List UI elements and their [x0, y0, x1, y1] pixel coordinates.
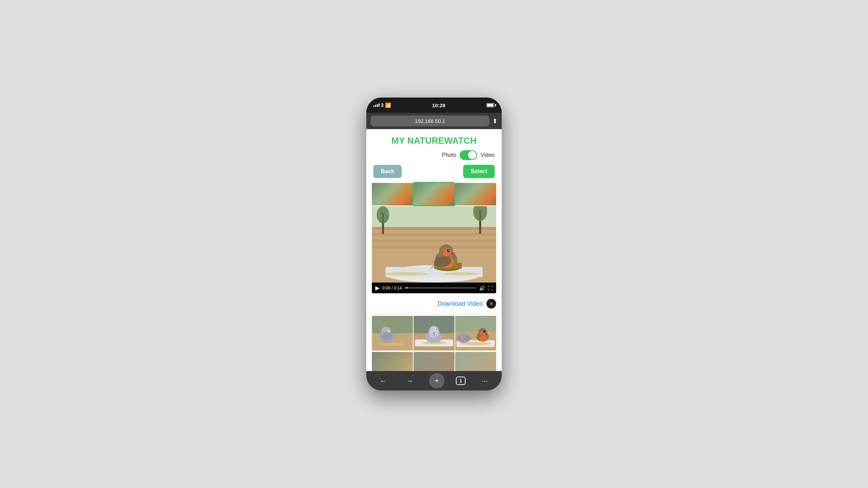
- status-bar: 3 📶 10:28: [366, 98, 502, 113]
- play-button[interactable]: ▶: [375, 285, 379, 291]
- download-video-link[interactable]: Download Video: [437, 300, 483, 308]
- share-button[interactable]: ⬆: [492, 117, 498, 125]
- phone-frame: 3 📶 10:28 192.168.50.1 ⬆ MY NATUREWATCH …: [366, 98, 502, 390]
- ellipsis-icon: ···: [482, 377, 488, 385]
- thumbnail-2[interactable]: [414, 183, 454, 205]
- svg-point-43: [436, 329, 437, 330]
- status-left: 3 📶: [373, 102, 391, 108]
- svg-rect-4: [372, 239, 496, 242]
- toggle-row: Photo Video: [366, 150, 502, 165]
- video-main-area[interactable]: [372, 206, 496, 283]
- grid-image-2: [414, 316, 454, 351]
- carrier-label: 3: [381, 102, 384, 108]
- thumbnail-3[interactable]: [455, 183, 496, 205]
- progress-fill: [405, 287, 408, 288]
- svg-point-31: [382, 332, 392, 340]
- grid-item-3[interactable]: [455, 316, 496, 351]
- battery-fill: [487, 104, 493, 107]
- time-display: 0:00 / 0:14: [382, 286, 402, 291]
- select-button[interactable]: Select: [463, 165, 495, 178]
- browser-chrome: 192.168.50.1 ⬆: [366, 113, 502, 129]
- thumbnail-strip: [366, 183, 502, 206]
- grid-image-1: [372, 316, 413, 351]
- video-controls: ▶ 0:00 / 0:14 🔊 ⛶: [372, 283, 496, 293]
- button-row: Back Select: [366, 165, 502, 183]
- plus-icon: +: [435, 377, 439, 385]
- svg-point-45: [423, 342, 447, 344]
- browser-forward-button[interactable]: →: [402, 373, 418, 388]
- signal-bar-1: [373, 106, 374, 107]
- svg-point-8: [385, 272, 427, 276]
- bird-scene-svg: [372, 206, 496, 283]
- close-download-button[interactable]: ×: [486, 299, 496, 309]
- bottom-grid: [366, 314, 502, 352]
- volume-button[interactable]: 🔊: [479, 285, 485, 291]
- grid-image-3: [455, 316, 496, 351]
- svg-point-9: [444, 272, 479, 275]
- status-right: [486, 103, 495, 107]
- svg-point-33: [389, 330, 390, 331]
- browser-toolbar: ← → + 1 ···: [366, 371, 502, 390]
- progress-bar[interactable]: [405, 287, 476, 288]
- svg-point-15: [443, 248, 452, 256]
- browser-back-button[interactable]: ←: [376, 373, 391, 388]
- signal-bar-2: [375, 105, 376, 107]
- signal-bar-4: [378, 103, 379, 107]
- download-area: Download Video ×: [366, 297, 502, 314]
- svg-point-53: [483, 330, 485, 333]
- svg-point-35: [378, 343, 406, 346]
- tab-count-button[interactable]: 1: [456, 377, 466, 385]
- svg-rect-3: [372, 233, 496, 236]
- signal-bar-3: [377, 104, 378, 107]
- thumbnail-1[interactable]: [372, 183, 413, 205]
- address-bar[interactable]: 192.168.50.1: [370, 116, 490, 126]
- web-content: MY NATUREWATCH Photo Video Back Select: [366, 129, 502, 371]
- svg-point-17: [449, 250, 450, 251]
- back-arrow-icon: ←: [380, 377, 387, 385]
- partial-item-1[interactable]: [372, 352, 413, 371]
- forward-arrow-icon: →: [407, 377, 414, 385]
- photo-label: Photo: [442, 152, 457, 158]
- svg-rect-2: [372, 227, 496, 230]
- time-display: 10:28: [432, 102, 445, 108]
- partial-grid: [366, 352, 502, 371]
- svg-rect-5: [372, 246, 496, 249]
- partial-item-2[interactable]: [414, 352, 454, 371]
- mode-toggle[interactable]: [460, 150, 477, 160]
- partial-item-3[interactable]: [455, 352, 496, 371]
- wifi-icon: 📶: [385, 102, 391, 108]
- fullscreen-button[interactable]: ⛶: [488, 285, 493, 291]
- tab-count-label: 1: [459, 378, 462, 384]
- toggle-thumb: [468, 151, 476, 159]
- new-tab-button[interactable]: +: [429, 373, 444, 388]
- signal-bars: [373, 103, 379, 107]
- svg-point-22: [377, 206, 389, 224]
- more-options-button[interactable]: ···: [477, 373, 492, 388]
- grid-item-1[interactable]: [372, 316, 413, 351]
- grid-item-2[interactable]: [414, 316, 454, 351]
- app-title: MY NATUREWATCH: [366, 129, 502, 150]
- close-icon: ×: [490, 301, 493, 306]
- video-label: Video: [481, 152, 495, 158]
- video-player: ▶ 0:00 / 0:14 🔊 ⛶: [372, 206, 496, 293]
- svg-rect-7: [385, 267, 483, 277]
- back-button[interactable]: Back: [373, 165, 402, 178]
- battery-icon: [486, 103, 495, 107]
- svg-point-57: [459, 331, 466, 339]
